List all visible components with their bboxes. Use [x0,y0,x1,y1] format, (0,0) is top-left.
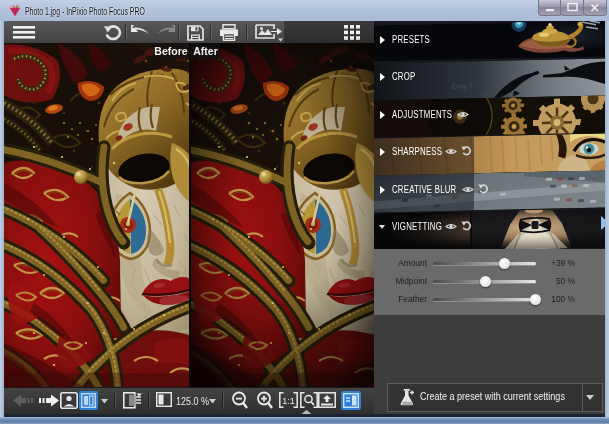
svg-text:1:1: 1:1 [282,396,295,406]
